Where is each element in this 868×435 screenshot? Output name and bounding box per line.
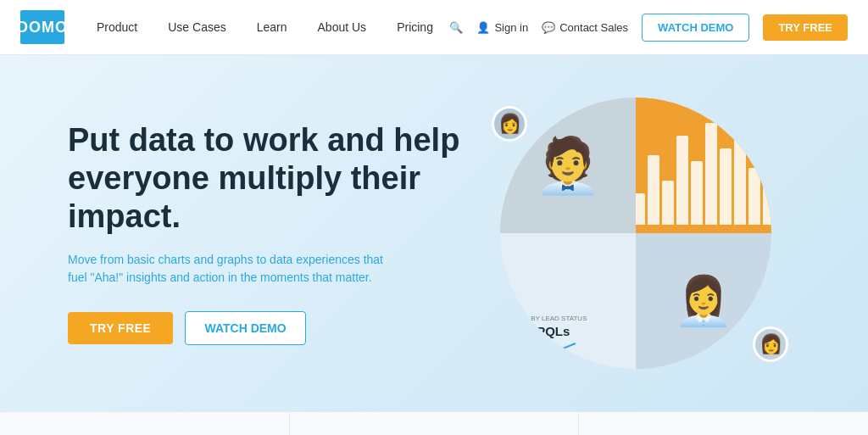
bar-chart xyxy=(636,98,771,233)
watch-demo-hero-button[interactable]: WATCH DEMO xyxy=(185,311,305,345)
try-free-nav-button[interactable]: TRY FREE xyxy=(763,14,848,41)
chart-bar xyxy=(691,161,703,225)
navbar-icon-group: 🔍 👤 Sign in 💬 Contact Sales xyxy=(449,21,628,34)
feature-card-bi-analytics: 📊 BI and Analytics Use intuitive dashboa… xyxy=(290,412,580,435)
chart-bar xyxy=(636,193,645,226)
watch-demo-nav-button[interactable]: WATCH DEMO xyxy=(642,14,749,42)
navbar: DOMO Product Use Cases Learn About Us Pr… xyxy=(0,0,868,55)
search-icon: 🔍 xyxy=(449,21,463,34)
person-icon-2: 👩‍💼 xyxy=(674,273,733,329)
feature-card-data-foundation: 🗄️ Data Foundation Build data experience… xyxy=(579,412,868,435)
logo-text: DOMO xyxy=(17,19,68,36)
sign-in-button[interactable]: 👤 Sign in xyxy=(476,21,528,34)
hero-subtitle-highlight: "Aha!" insights xyxy=(90,270,166,284)
chart-bar xyxy=(734,110,746,225)
chart-bar xyxy=(662,181,674,226)
stat-value: 268 PQLs xyxy=(512,324,624,338)
navbar-right: 🔍 👤 Sign in 💬 Contact Sales WATCH DEMO T… xyxy=(449,14,848,42)
chart-bar xyxy=(648,155,659,226)
chart-bar xyxy=(705,123,717,225)
contact-sales-button[interactable]: 💬 Contact Sales xyxy=(542,21,628,34)
stat-sparkline xyxy=(512,338,580,359)
chart-bar xyxy=(748,168,760,226)
nav-link-learn[interactable]: Learn xyxy=(242,0,303,55)
hero-subtitle-text2: and action in the moments that matter. xyxy=(167,270,372,284)
chart-bar xyxy=(720,148,732,225)
nav-link-use-cases[interactable]: Use Cases xyxy=(153,0,241,55)
hero-circle: 🧑‍💼 PQLs BY LEAD STATUS 268 PQLs 👩‍💼 xyxy=(500,98,771,369)
hero-subtitle: Move from basic charts and graphs to dat… xyxy=(68,251,390,287)
try-free-hero-button[interactable]: TRY FREE xyxy=(68,312,173,344)
hero-buttons: TRY FREE WATCH DEMO xyxy=(68,311,475,345)
avatar-small-bottomright: 👩 xyxy=(753,326,788,362)
quadrant-person2: 👩‍💼 xyxy=(636,233,771,369)
user-icon: 👤 xyxy=(476,21,490,34)
avatar-icon-2: 👩 xyxy=(760,333,782,355)
hero-content: Put data to work and help everyone multi… xyxy=(68,121,475,345)
chat-icon: 💬 xyxy=(542,21,555,34)
hero-title: Put data to work and help everyone multi… xyxy=(68,121,475,235)
stat-label: PQLs BY LEAD STATUS xyxy=(512,315,624,322)
quadrant-stat: PQLs BY LEAD STATUS 268 PQLs xyxy=(500,233,636,369)
nav-links: Product Use Cases Learn About Us Pricing xyxy=(81,0,448,55)
chart-bar xyxy=(676,136,688,225)
quadrant-chart xyxy=(636,98,771,233)
person-icon-1: 🧑‍💼 xyxy=(534,134,602,198)
avatar-small-topleft: 👩 xyxy=(492,106,527,142)
hero-section: Put data to work and help everyone multi… xyxy=(0,55,868,411)
nav-link-pricing[interactable]: Pricing xyxy=(381,0,448,55)
avatar-icon-1: 👩 xyxy=(498,113,521,135)
hero-visual: 👩 👩 🧑‍💼 PQLs BY LEAD STATUS 268 PQLs xyxy=(475,89,797,377)
features-section: 📱 Business Apps Make better, faster deci… xyxy=(0,411,868,435)
logo[interactable]: DOMO xyxy=(20,10,64,44)
nav-link-product[interactable]: Product xyxy=(81,0,153,55)
feature-card-business-apps: 📱 Business Apps Make better, faster deci… xyxy=(0,412,290,435)
search-button[interactable]: 🔍 xyxy=(449,21,463,34)
navbar-left: DOMO Product Use Cases Learn About Us Pr… xyxy=(20,0,448,55)
chart-bar xyxy=(763,130,772,226)
nav-link-about[interactable]: About Us xyxy=(303,0,382,55)
